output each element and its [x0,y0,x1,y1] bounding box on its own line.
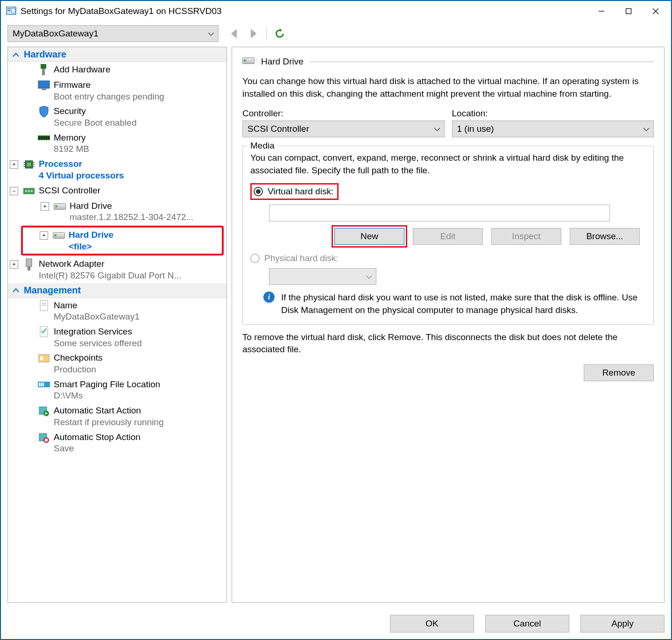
close-button[interactable] [642,3,669,20]
item-sub: Save [54,443,141,455]
expand-icon[interactable]: + [10,160,18,169]
button-label: Cancel [513,619,541,629]
button-label: New [361,231,378,242]
controller-dropdown[interactable]: SCSI Controller [242,121,445,137]
detail-pane: Hard Drive You can change how this virtu… [232,47,665,603]
location-dropdown[interactable]: 1 (in use) [452,121,654,137]
svg-marker-10 [280,28,282,32]
radio-label: Physical hard disk: [264,253,338,263]
expand-icon[interactable]: + [10,260,18,269]
hdd-icon [54,200,66,213]
security-item[interactable]: Security Secure Boot enabled [8,104,226,130]
svg-marker-8 [231,29,237,38]
browse-button[interactable]: Browse... [570,228,640,245]
info-row: i If the physical hard disk you want to … [263,292,646,316]
svg-rect-20 [46,136,47,139]
svg-rect-2 [7,10,11,11]
app-icon [6,6,17,17]
network-adapter-item[interactable]: + Network Adapter Intel(R) 82576 Gigabit… [8,256,226,283]
item-label: Firmware [54,79,164,91]
collapse-icon [11,52,21,57]
nav-forward-button[interactable] [245,25,262,42]
chevron-down-icon [434,124,440,134]
monitor-icon [38,79,50,92]
hardware-section[interactable]: Hardware [8,47,226,62]
apply-button[interactable]: Apply [580,615,665,633]
remove-button[interactable]: Remove [584,364,654,381]
item-sub: Some services offered [54,338,142,349]
minimize-button[interactable] [588,3,615,20]
detail-title: Hard Drive [261,57,304,67]
maximize-button[interactable] [615,3,642,20]
radio-unchecked-icon [250,254,260,263]
chevron-down-icon [643,124,650,134]
vm-dropdown[interactable]: MyDataBoxGateway1 [7,25,219,42]
svg-rect-21 [48,136,49,139]
management-section[interactable]: Management [8,283,226,298]
svg-rect-1 [7,8,11,9]
processor-item[interactable]: + Processor 4 Virtual processors [8,156,226,183]
item-label: Hard Drive [69,229,113,241]
refresh-button[interactable] [271,25,288,42]
section-label: Hardware [24,49,66,60]
physical-hard-disk-radio[interactable]: Physical hard disk: [250,253,646,263]
svg-rect-17 [41,136,42,139]
shield-icon [38,106,50,118]
button-label: OK [425,619,438,629]
item-label: Automatic Start Action [54,405,164,417]
add-hardware-icon [38,64,50,76]
media-legend: Media [248,141,277,151]
radio-checked-icon [254,187,263,196]
start-action-icon [38,405,50,417]
firmware-item[interactable]: Firmware Boot entry changes pending [8,78,226,104]
cancel-button[interactable]: Cancel [485,615,569,633]
chevron-down-icon [366,271,372,282]
button-label: Browse... [586,231,623,242]
smart-paging-item[interactable]: Smart Paging File Location D:\VMs [8,377,226,403]
item-label: Processor [39,158,124,170]
paging-icon [38,379,50,391]
info-icon: i [263,292,275,303]
vhd-path-input[interactable] [269,205,610,221]
physical-disk-dropdown [269,268,376,285]
network-adapter-icon [23,258,35,270]
item-sub: 4 Virtual processors [39,170,124,182]
item-label: Checkpoints [54,352,103,364]
nav-back-button[interactable] [226,25,243,42]
hard-drive-2-item[interactable]: + Hard Drive <file> [23,228,222,254]
section-label: Management [24,285,81,296]
ok-button[interactable]: OK [390,615,474,633]
item-label: Network Adapter [39,258,181,270]
svg-point-32 [28,190,30,192]
integration-services-item[interactable]: Integration Services Some services offer… [8,324,226,350]
controller-value: SCSI Controller [248,124,309,134]
item-sub: <file> [69,241,113,253]
new-button[interactable]: New [334,228,404,245]
hard-drive-1-item[interactable]: + Hard Drive master.1.2.18252.1-304-2472… [8,199,226,225]
svg-rect-16 [39,136,40,139]
vhd-radio-highlight: Virtual hard disk: [250,183,339,200]
item-sub: Secure Boot enabled [54,117,136,129]
checkpoints-item[interactable]: Checkpoints Production [8,350,226,377]
memory-item[interactable]: Memory 8192 MB [8,130,226,156]
scsi-controller-item[interactable]: − SCSI Controller [8,183,226,199]
button-label: Apply [611,619,634,629]
svg-rect-35 [28,267,30,270]
media-description: You can compact, convert, expand, merge,… [250,152,646,177]
add-hardware-item[interactable]: Add Hardware [8,62,226,78]
auto-stop-item[interactable]: Automatic Stop Action Save [8,430,226,456]
radio-label: Virtual hard disk: [268,186,333,197]
item-sub: Intel(R) 82576 Gigabit Dual Port N... [39,270,181,282]
svg-rect-19 [44,136,45,139]
auto-start-item[interactable]: Automatic Start Action Restart if previo… [8,403,226,429]
stop-action-icon [38,432,50,444]
expand-icon[interactable]: + [41,202,49,211]
item-label: Memory [54,132,89,144]
collapse-icon[interactable]: − [10,187,18,195]
tag-icon [38,300,50,312]
expand-icon[interactable]: + [40,231,48,240]
name-item[interactable]: Name MyDataBoxGateway1 [8,298,226,324]
vm-dropdown-value: MyDataBoxGateway1 [13,28,99,39]
virtual-hard-disk-radio[interactable]: Virtual hard disk: [254,186,333,197]
remove-description: To remove the virtual hard disk, click R… [242,331,654,356]
